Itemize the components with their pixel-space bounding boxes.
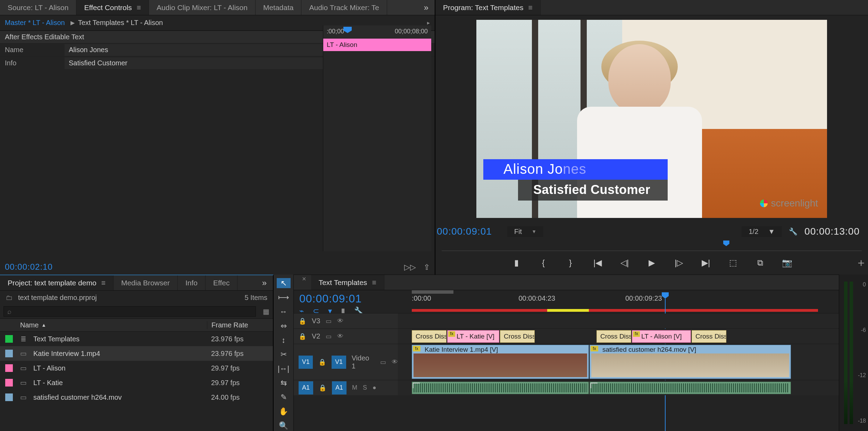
close-sequence-icon[interactable]: × <box>297 275 311 290</box>
target-track-v1[interactable]: V1 <box>332 356 346 369</box>
dropdown-triangle-icon[interactable]: ▶ <box>70 19 75 26</box>
mute-toggle[interactable]: M <box>352 384 357 391</box>
program-ruler-playhead-icon[interactable] <box>723 241 729 246</box>
lock-icon[interactable]: 🔒 <box>318 358 326 366</box>
settings-wrench-icon[interactable]: 🔧 <box>789 227 798 236</box>
clip-audio-customer[interactable]: fx <box>590 382 791 394</box>
clip-lt-katie[interactable]: fxLT - Katie [V] <box>447 330 499 343</box>
pen-tool-icon[interactable]: ✎ <box>277 392 291 402</box>
clip-katie-interview[interactable]: fx Katie Interview 1.mp4 [V] <box>412 345 589 379</box>
label-chip[interactable] <box>5 379 13 387</box>
hand-tool-icon[interactable]: ✋ <box>277 407 291 417</box>
export-frame-camera-icon[interactable]: 📷 <box>781 258 793 268</box>
tab-info[interactable]: Info <box>178 275 206 290</box>
label-chip[interactable] <box>5 364 13 372</box>
lock-icon[interactable]: 🔒 <box>299 317 306 325</box>
step-back-icon[interactable]: ◁| <box>619 258 631 268</box>
clip-transition[interactable]: Cross Diss <box>412 330 446 343</box>
slide-tool-icon[interactable]: ⇆ <box>277 378 291 388</box>
mini-playhead-icon[interactable] <box>343 27 352 33</box>
program-mini-ruler[interactable] <box>442 241 862 251</box>
eye-icon[interactable]: 👁 <box>337 333 343 340</box>
target-track-a1[interactable]: A1 <box>332 381 347 395</box>
mini-clip-bar[interactable]: LT - Alison <box>323 39 431 51</box>
project-item[interactable]: ▭ LT - Alison 29.97 fps <box>0 361 273 375</box>
solo-toggle[interactable]: S <box>363 384 367 391</box>
go-to-in-icon[interactable]: |◀ <box>592 258 603 268</box>
clip-audio-katie[interactable]: fx <box>412 382 589 394</box>
sequence-panel-menu-icon[interactable] <box>372 278 376 287</box>
mark-in-icon[interactable]: { <box>537 258 549 268</box>
clip-lt-alison[interactable]: fxLT - Alison [V] <box>632 330 691 343</box>
project-tabs-overflow-icon[interactable]: » <box>256 275 273 290</box>
eye-icon[interactable]: 👁 <box>337 317 343 325</box>
master-clip-link[interactable]: Master * LT - Alison <box>5 19 65 27</box>
tab-program[interactable]: Program: Text Templates <box>435 0 541 15</box>
project-panel-menu-icon[interactable] <box>101 279 106 287</box>
col-name-header[interactable]: Name▲ <box>18 321 207 329</box>
loop-playback-icon[interactable]: ▷▷ <box>404 263 416 272</box>
slip-tool-icon[interactable]: |↔| <box>277 364 291 374</box>
zoom-tool-icon[interactable]: 🔍 <box>277 421 291 431</box>
button-editor-plus-icon[interactable]: + <box>858 256 865 270</box>
tab-metadata[interactable]: Metadata <box>256 0 302 15</box>
project-search-input[interactable]: ⌕ <box>3 306 256 317</box>
label-chip[interactable] <box>5 350 13 357</box>
ripple-edit-tool-icon[interactable]: ↔ <box>277 307 291 317</box>
play-icon[interactable]: ▶ <box>646 258 658 268</box>
source-patch-a1[interactable]: A1 <box>299 381 313 395</box>
lift-icon[interactable]: ⬚ <box>727 258 739 268</box>
tab-effect-controls[interactable]: Effect Controls <box>76 0 149 15</box>
effect-controls-timecode[interactable]: 00:00:02:10 <box>5 262 53 272</box>
program-current-timecode[interactable]: 00:00:09:01 <box>437 226 492 237</box>
timeline-current-timecode[interactable]: 00:00:09:01 <box>294 290 398 305</box>
program-monitor-canvas[interactable]: Alison Jones Satisfied Customer screenli… <box>476 20 827 218</box>
program-panel-menu-icon[interactable] <box>528 3 533 12</box>
tab-audio-track-mixer[interactable]: Audio Track Mixer: Te <box>301 0 387 15</box>
source-patch-v1[interactable]: V1 <box>299 356 313 369</box>
voiceover-record-icon[interactable]: ● <box>373 384 376 391</box>
toggle-output-icon[interactable]: ▭ <box>326 333 332 340</box>
rolling-edit-tool-icon[interactable]: ⇔ <box>277 321 291 331</box>
lock-icon[interactable]: 🔒 <box>299 333 306 340</box>
tab-sequence[interactable]: Text Templates <box>311 275 384 290</box>
tab-effects[interactable]: Effec <box>206 275 237 290</box>
eye-icon[interactable]: 👁 <box>392 358 398 366</box>
project-item[interactable]: ▭ Katie Interview 1.mp4 23.976 fps <box>0 346 273 361</box>
tab-project[interactable]: Project: text template demo <box>0 275 114 290</box>
track-select-forward-tool-icon[interactable]: ⟼ <box>277 292 291 302</box>
label-chip[interactable] <box>5 335 13 343</box>
add-marker-icon[interactable]: ▮ <box>510 258 522 268</box>
project-view-toggle-icon[interactable]: ▦ <box>263 307 269 316</box>
step-forward-icon[interactable]: |▷ <box>673 258 685 268</box>
clip-transition[interactable]: Cross Diss <box>500 330 535 343</box>
zoom-fit-dropdown[interactable]: Fit▼ <box>507 226 543 237</box>
selection-tool-icon[interactable]: ↖ <box>277 278 291 288</box>
resolution-dropdown[interactable]: 1/2▼ <box>742 226 782 237</box>
project-item[interactable]: ▭ LT - Katie 29.97 fps <box>0 375 273 390</box>
project-item[interactable]: ≣ Text Templates 23.976 fps <box>0 332 273 346</box>
lock-icon[interactable]: 🔒 <box>319 384 326 392</box>
clip-transition[interactable]: Cross Diss <box>596 330 631 343</box>
toggle-output-icon[interactable]: ▭ <box>380 358 386 366</box>
tabs-overflow-chevrons-icon[interactable]: » <box>418 0 435 15</box>
rate-stretch-tool-icon[interactable]: ↕ <box>277 335 291 345</box>
timeline-ruler[interactable]: :00:00 00:00:04:23 00:00:09:23 <box>398 290 839 313</box>
col-frame-rate-header[interactable]: Frame Rate <box>207 321 273 329</box>
clip-satisfied-customer[interactable]: fx satisfied customer h264.mov [V] <box>590 345 791 379</box>
panel-menu-icon[interactable] <box>137 3 141 12</box>
mark-out-icon[interactable]: } <box>565 258 576 268</box>
go-to-out-icon[interactable]: ▶| <box>700 258 712 268</box>
clip-transition[interactable]: Cross Diss <box>692 330 726 343</box>
work-area-bar[interactable] <box>412 290 453 294</box>
tab-audio-clip-mixer[interactable]: Audio Clip Mixer: LT - Alison <box>149 0 256 15</box>
razor-tool-icon[interactable]: ✂ <box>277 349 291 359</box>
project-item[interactable]: ▭ satisfied customer h264.mov 24.00 fps <box>0 390 273 405</box>
tab-source[interactable]: Source: LT - Alison <box>0 0 76 15</box>
export-frame-icon[interactable]: ⇪ <box>424 263 430 272</box>
tab-media-browser[interactable]: Media Browser <box>114 275 178 290</box>
toggle-output-icon[interactable]: ▭ <box>326 317 332 325</box>
label-chip[interactable] <box>5 393 13 401</box>
effect-controls-mini-timeline[interactable]: :00;00 00;00;08;00 LT - Alison <box>323 25 431 251</box>
extract-icon[interactable]: ⧉ <box>754 258 766 268</box>
